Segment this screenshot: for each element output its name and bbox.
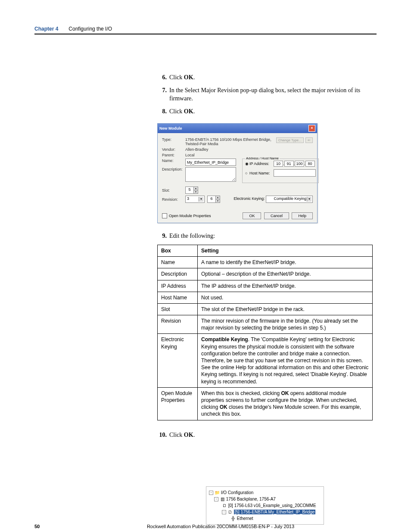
ok-button[interactable]: OK: [243, 212, 261, 219]
revision-label: Revision:: [162, 197, 185, 202]
step-10: 10. Click OK.: [157, 431, 373, 439]
vendor-value: Allen-Bradley: [185, 147, 209, 152]
step-body: In the Select Major Revision pop-up dial…: [169, 86, 373, 103]
slot-label: Slot:: [162, 188, 185, 193]
step-number: 9.: [157, 232, 167, 240]
table-row: NameA name to identify the EtherNet/IP b…: [158, 257, 373, 268]
table-row: RevisionThe minor revision of the firmwa…: [158, 315, 373, 334]
step-7: 7. In the Select Major Revision pop-up d…: [157, 86, 373, 103]
step-body: Click OK.: [169, 73, 373, 82]
module-icon: 🗋: [227, 509, 233, 515]
col-setting: Setting: [198, 245, 373, 256]
step-8: 8. Click OK.: [157, 107, 373, 116]
revision-minor-spinner[interactable]: 6 ▲▼: [207, 196, 220, 203]
step-number: 6.: [157, 73, 167, 82]
address-group-label: Address / Host Name: [245, 156, 280, 160]
col-box: Box: [158, 245, 198, 256]
new-module-dialog: New Module × Type: 1756-ENBT/A 1756 10/1…: [157, 123, 318, 223]
parent-label: Parent:: [162, 153, 185, 157]
publication-info: Rockwell Automation Publication 20COMM-U…: [65, 524, 377, 529]
chapter-title: Configuring the I/O: [68, 26, 112, 32]
step-6: 6. Click OK.: [157, 73, 373, 82]
dialog-title: New Module: [159, 126, 182, 131]
table-row: SlotThe slot of the EtherNet/IP bridge i…: [158, 303, 373, 315]
tree-ethernet[interactable]: Ethernet: [237, 516, 253, 521]
table-row: Open Module Properties When this box is …: [158, 387, 373, 420]
backplane-icon: ▥: [220, 496, 225, 502]
module-icon: 🗋: [222, 502, 227, 509]
host-radio-label[interactable]: Host Name:: [249, 171, 274, 175]
chapter-label: Chapter 4: [34, 26, 58, 32]
step-body: Edit the following:: [169, 232, 373, 240]
step-number: 8.: [157, 107, 167, 116]
type-value: 1756-ENBT/A 1756 10/100 Mbps Ethernet Br…: [185, 137, 274, 146]
host-input[interactable]: [274, 169, 316, 177]
table-row: IP AddressThe IP address of the EtherNet…: [158, 280, 373, 292]
cancel-button[interactable]: Cancel: [264, 212, 289, 219]
step-number: 10.: [157, 431, 167, 439]
address-host-group: Address / Host Name ◉ IP Address: 10 . 9…: [242, 159, 319, 183]
step-number: 7.: [157, 86, 167, 103]
table-row: Host NameNot used.: [158, 292, 373, 303]
ethernet-icon: ╬: [230, 515, 236, 522]
tree-backplane[interactable]: 1756 Backplane, 1756-A7: [226, 497, 276, 501]
description-label: Description:: [162, 167, 185, 171]
tree-slot0[interactable]: [0] 1756-L63 v16_Example_using_20COMME: [228, 503, 316, 508]
name-label: Name:: [162, 159, 185, 163]
page-header: Chapter 4 Configuring the I/O: [34, 26, 377, 32]
table-row: Electronic Keying Compatible Keying. The…: [158, 334, 373, 387]
parent-value: Local: [185, 153, 195, 157]
folder-icon: 📁: [215, 489, 220, 496]
change-type-button[interactable]: Change Type...: [276, 137, 304, 143]
step-body: Click OK.: [169, 431, 373, 439]
settings-table: Box Setting NameA name to identify the E…: [157, 245, 373, 420]
ip-octet-4[interactable]: 80: [305, 161, 315, 167]
content-area: 6. Click OK. 7. In the Select Major Revi…: [157, 73, 373, 525]
ek-label: Electronic Keying:: [234, 196, 265, 201]
step-9: 9. Edit the following:: [157, 232, 373, 240]
io-config-tree: -📁 I/O Configuration -▥ 1756 Backplane, …: [206, 486, 324, 525]
page-number: 50: [34, 524, 65, 529]
ip-radio-label[interactable]: IP Address:: [249, 162, 274, 166]
checkbox-icon: [162, 213, 167, 218]
slot-spinner[interactable]: 5 ▲▼: [185, 187, 198, 194]
table-row: DescriptionOptional – description of the…: [158, 268, 373, 280]
change-type-next-icon[interactable]: ⇐: [305, 137, 313, 143]
tree-root[interactable]: I/O Configuration: [221, 490, 254, 495]
close-icon[interactable]: ×: [308, 125, 315, 132]
description-input[interactable]: [185, 167, 236, 182]
dialog-title-bar: New Module ×: [158, 124, 317, 133]
page-footer: 50 Rockwell Automation Publication 20COM…: [34, 524, 377, 529]
revision-major-select[interactable]: 3: [185, 196, 205, 203]
step-body: Click OK.: [169, 107, 373, 116]
ip-octet-2[interactable]: 91: [284, 161, 294, 167]
tree-slot5-selected[interactable]: [5] 1756-ENBT/A My_EtherNet_IP_Bridge: [234, 510, 316, 514]
ip-octet-3[interactable]: 100: [295, 161, 304, 167]
header-rule: [34, 34, 377, 34]
open-module-properties-checkbox[interactable]: Open Module Properties: [162, 213, 211, 218]
ek-select[interactable]: Compatible Keying: [266, 196, 313, 203]
name-input[interactable]: [185, 159, 236, 166]
vendor-label: Vendor:: [162, 147, 185, 152]
type-label: Type:: [162, 137, 185, 142]
help-button[interactable]: Help: [292, 212, 313, 219]
ip-octet-1[interactable]: 10: [274, 161, 283, 167]
